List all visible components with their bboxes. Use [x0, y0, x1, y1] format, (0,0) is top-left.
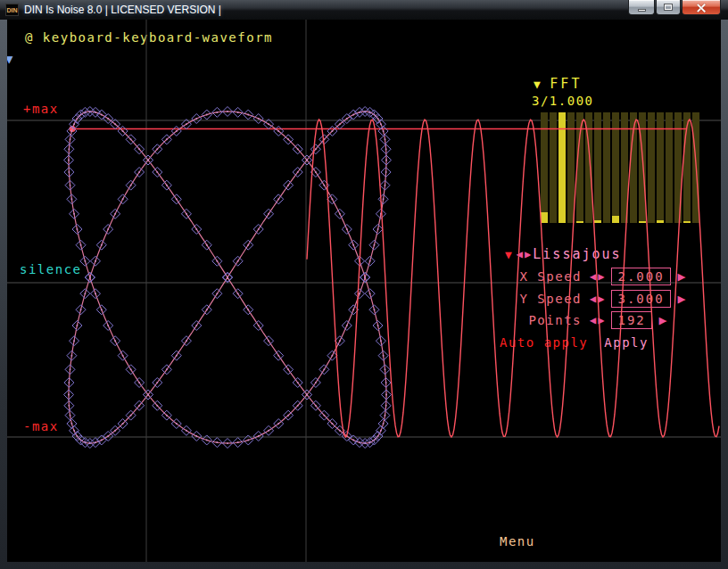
points-decrement-icon[interactable]: ◀ [590, 314, 596, 326]
panel-title: Lissajous [533, 246, 621, 262]
y-speed-step-icon[interactable]: ▶ [677, 291, 685, 307]
title-bar: DIN DIN Is Noise 8.0 | LICENSED VERSION … [0, 0, 728, 20]
y-speed-field[interactable]: 3.000 [611, 290, 671, 308]
points-row: Points ◀ ▶ 192 ▶ [500, 310, 667, 330]
fft-dropdown-icon: ▼ [534, 78, 542, 91]
fft-readout: 3/1.000 [532, 94, 594, 108]
app-icon[interactable]: DIN [5, 4, 19, 16]
fft-toggle[interactable]: ▼ FFT [534, 76, 582, 92]
waveform-start-handle[interactable] [70, 126, 76, 132]
y-speed-decrement-icon[interactable]: ◀ [590, 293, 596, 305]
maximize-icon [664, 4, 673, 11]
maximize-button[interactable] [656, 0, 681, 15]
x-speed-row: X Speed ◀ ▶ 2.000 ▶ [500, 267, 686, 286]
max-level-label: +max [23, 102, 59, 116]
y-speed-increment-icon[interactable]: ▶ [598, 293, 604, 305]
panel-left-icon[interactable]: ◀ [517, 248, 523, 260]
points-step-icon[interactable]: ▶ [658, 312, 666, 328]
x-speed-decrement-icon[interactable]: ◀ [590, 270, 596, 283]
x-speed-step-icon[interactable]: ▶ [677, 268, 685, 284]
fft-title: FFT [550, 76, 582, 92]
close-icon [697, 3, 707, 12]
points-field[interactable]: 192 [611, 311, 652, 329]
app-window: DIN DIN Is Noise 8.0 | LICENSED VERSION … [0, 0, 728, 569]
points-increment-icon[interactable]: ▶ [598, 314, 604, 326]
menu-button[interactable]: Menu [500, 534, 535, 548]
lissajous-panel-header[interactable]: ▼ ◀ ▶ Lissajous [505, 244, 622, 264]
position-marker-icon[interactable]: ▼ [7, 52, 14, 66]
lissajous-figure [64, 107, 392, 449]
waveform-baseline [70, 126, 688, 132]
apply-button[interactable]: Apply [604, 335, 649, 350]
waveform-editor-canvas[interactable]: @ keyboard-keyboard-waveform ▼ +max sile… [7, 20, 721, 562]
minimize-icon [638, 9, 646, 12]
points-label: Points [500, 313, 582, 327]
window-title: DIN Is Noise 8.0 | LICENSED VERSION | [24, 4, 221, 16]
fft-bars [541, 112, 699, 223]
patch-name-label: @ keyboard-keyboard-waveform [25, 30, 273, 45]
panel-right-icon[interactable]: ▶ [525, 248, 531, 260]
x-speed-increment-icon[interactable]: ▶ [598, 270, 604, 283]
x-speed-field[interactable]: 2.000 [611, 268, 671, 285]
silence-level-label: silence [20, 262, 82, 276]
panel-collapse-icon[interactable]: ▼ [505, 248, 512, 261]
x-speed-label: X Speed [500, 269, 582, 284]
negative-max-level-label: -max [23, 419, 59, 433]
y-speed-row: Y Speed ◀ ▶ 3.000 ▶ [500, 289, 686, 309]
close-button[interactable] [682, 0, 721, 15]
auto-apply-button[interactable]: Auto apply [500, 335, 588, 350]
y-speed-label: Y Speed [500, 292, 582, 306]
minimize-button[interactable] [628, 0, 655, 15]
